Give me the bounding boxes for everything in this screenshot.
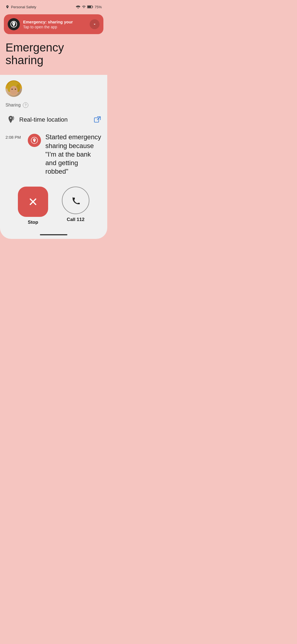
- notification-icon-circle: [8, 18, 20, 30]
- svg-point-12: [15, 89, 16, 90]
- page-heading: Emergency sharing: [0, 39, 107, 75]
- location-row-text: Real-time location: [19, 116, 68, 123]
- app-name: Personal Safety: [11, 5, 36, 9]
- emergency-location-icon: [10, 21, 17, 28]
- location-icon-wrap: [6, 114, 16, 125]
- avatar-container: [6, 80, 102, 97]
- notification-subtitle: Tap to open the app: [23, 25, 73, 29]
- notification-title: Emergency: sharing your: [23, 19, 73, 25]
- help-icon[interactable]: ?: [23, 102, 28, 108]
- battery-icon: [87, 5, 93, 9]
- call-button[interactable]: [62, 187, 89, 214]
- timeline-icon-circle: [28, 134, 41, 147]
- avatar-face: [6, 80, 22, 97]
- location-left: Real-time location: [6, 114, 68, 125]
- notification-text-block: Emergency: sharing your Tap to open the …: [23, 19, 73, 29]
- timeline-row: 2:08 PM Started emergency sharing becaus…: [6, 133, 102, 176]
- timeline-message: Started emergency sharing because "I'm a…: [45, 133, 102, 176]
- location-status-icon: [6, 5, 9, 9]
- timeline-time: 2:08 PM: [6, 133, 23, 140]
- chevron-down-icon: [92, 22, 97, 26]
- sharing-row: Sharing ?: [6, 102, 102, 108]
- main-content: Sharing ? Real-time location: [0, 75, 107, 231]
- emergency-pin-icon: [31, 137, 38, 144]
- user-avatar: [6, 80, 22, 97]
- help-icon-text: ?: [25, 103, 27, 107]
- call-action-item: Call 112: [62, 187, 89, 222]
- status-bar-right: 75%: [76, 5, 102, 9]
- svg-point-10: [10, 86, 18, 95]
- svg-rect-1: [92, 6, 93, 8]
- svg-point-15: [34, 139, 35, 141]
- nav-bar: [40, 234, 67, 235]
- status-bar-left: Personal Safety: [6, 5, 36, 9]
- chevron-button[interactable]: [90, 19, 100, 29]
- notification-left: Emergency: sharing your Tap to open the …: [8, 18, 73, 30]
- wifi-icon: [76, 5, 81, 9]
- close-icon: [27, 196, 39, 208]
- stop-button[interactable]: [18, 187, 48, 217]
- sharing-label: Sharing: [6, 103, 21, 108]
- signal-icon: [82, 5, 86, 9]
- realtime-location-icon: [6, 114, 16, 125]
- external-link-svg: [93, 116, 101, 124]
- external-link-icon[interactable]: [93, 115, 102, 124]
- svg-point-5: [13, 23, 14, 24]
- svg-point-11: [12, 89, 13, 90]
- status-bar: Personal Safety 75%: [0, 0, 107, 12]
- stop-label: Stop: [28, 220, 38, 225]
- battery-percentage: 75%: [95, 5, 102, 9]
- svg-rect-3: [87, 6, 91, 8]
- stop-action-item: Stop: [18, 187, 48, 225]
- bottom-indicator: [0, 231, 107, 239]
- avatar-svg: [6, 80, 22, 97]
- action-buttons: Stop Call 112: [6, 187, 102, 225]
- location-row: Real-time location: [6, 113, 102, 126]
- svg-rect-13: [94, 118, 99, 122]
- phone-icon: [70, 195, 81, 206]
- notification-banner[interactable]: Emergency: sharing your Tap to open the …: [4, 14, 103, 34]
- call-label: Call 112: [67, 217, 84, 222]
